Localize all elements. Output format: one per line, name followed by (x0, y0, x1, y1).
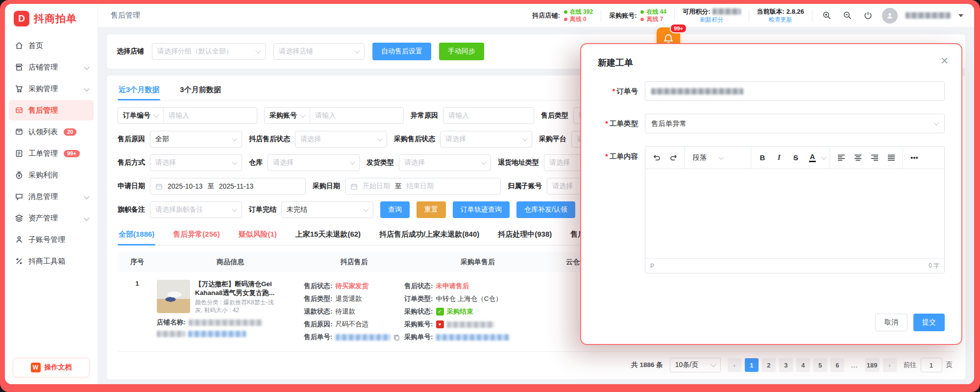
logo: D 抖商拍单 (5, 4, 98, 31)
layers-icon (15, 214, 24, 222)
sidebar-item-ticket-mgmt[interactable]: 工单管理 99+ (9, 143, 94, 164)
dy-aftersale-status-select[interactable]: 请选择 (295, 131, 387, 147)
purchase-account-input[interactable]: 请输入 (310, 108, 403, 123)
more-tools-button[interactable]: ••• (907, 150, 922, 165)
purchase-date-range[interactable]: 开始日期 至 结束日期 (345, 178, 501, 195)
redo-button[interactable] (666, 150, 681, 165)
align-center-button[interactable] (851, 150, 865, 165)
sidebar-item-shop-mgmt[interactable]: 店铺管理 (9, 57, 94, 77)
group-select[interactable]: 请选择分组（默认全部） (152, 43, 266, 60)
sidebar-item-subaccount-mgmt[interactable]: 子账号管理 (9, 229, 94, 250)
ticket-type-select[interactable]: 售后单异常 (645, 114, 945, 133)
editor-content-area[interactable] (645, 169, 944, 258)
delivery-type-select[interactable]: 请选择 (399, 154, 491, 171)
order-no-type-select[interactable]: 订单编号 (118, 108, 164, 123)
font-color-button[interactable]: A (805, 150, 820, 165)
zoom-out-button[interactable] (841, 9, 854, 22)
user-menu-caret-icon[interactable] (958, 14, 963, 17)
status-tab-all[interactable]: 全部(1886) (118, 226, 155, 245)
page-button-5[interactable]: 5 (813, 358, 827, 372)
status-tab-risk[interactable]: 疑似风险(1) (237, 226, 277, 245)
page-button-4[interactable]: 4 (796, 358, 810, 372)
redo-icon (669, 153, 678, 162)
cancel-button[interactable]: 取消 (875, 314, 907, 331)
purchase-aftersale-status-select[interactable]: 请选择 (440, 131, 532, 147)
check-update-link[interactable]: 检查更新 (769, 16, 792, 24)
abnormal-reason-input[interactable]: 请输入 (443, 107, 534, 124)
submit-button[interactable]: 提交 (913, 314, 945, 331)
logout-button[interactable] (861, 9, 874, 22)
page-button-2[interactable]: 2 (762, 358, 776, 372)
shop-select-label: 选择店铺 (117, 47, 144, 56)
aftersale-reason-select[interactable]: 全部 (150, 131, 242, 147)
auto-aftersale-settings-button[interactable]: 自动售后设置 (372, 43, 431, 60)
undo-button[interactable] (649, 150, 664, 165)
sidebar-item-asset-mgmt[interactable]: 资产管理 (9, 208, 94, 228)
avatar[interactable] (882, 8, 898, 24)
prev-page-button[interactable]: ‹ (728, 358, 741, 372)
sidebar-item-purchase-mgmt[interactable]: 采购管理 (9, 78, 94, 99)
copy-icon[interactable] (393, 334, 400, 341)
sidebar-item-purchase-profit[interactable]: 采购利润 (9, 165, 94, 185)
purchase-aftersale-status: 未申请售后 (436, 280, 469, 293)
page-ellipsis[interactable]: ... (848, 358, 861, 372)
aftersale-icon (15, 106, 24, 115)
chevron-down-icon[interactable] (821, 154, 826, 159)
tab-older-3-months[interactable]: 3个月前数据 (179, 78, 221, 100)
page-size-select[interactable]: 10条/页 (670, 358, 721, 372)
product-image (157, 280, 190, 313)
purchase-no-blurred (436, 334, 510, 341)
close-icon[interactable]: ✕ (940, 56, 949, 66)
chevron-down-icon (84, 86, 89, 91)
page-button-6[interactable]: 6 (831, 358, 844, 372)
flag-note-select[interactable]: 请选择旗帜备注 (150, 201, 242, 218)
order-no-filter: 订单编号 请输入 (118, 107, 257, 124)
sidebar-item-claim-list[interactable]: 认领列表 20 (9, 122, 94, 142)
status-tab-no-refund-15d[interactable]: 上家15天未退款(62) (294, 226, 362, 245)
chevron-down-icon (718, 154, 724, 159)
status-tab-abnormal[interactable]: 售后异常(256) (172, 226, 220, 245)
align-left-button[interactable] (834, 150, 849, 165)
status-tab-processing[interactable]: 抖店处理中(938) (497, 226, 553, 245)
zoom-in-button[interactable] (820, 9, 833, 22)
purchase-account-type-select[interactable]: 采购账号 (265, 108, 310, 123)
aftersale-method-select[interactable]: 请选择 (150, 154, 242, 171)
purchase-account-blurred (447, 321, 494, 328)
page-button-3[interactable]: 3 (779, 358, 793, 372)
page-button-1[interactable]: 1 (745, 358, 759, 372)
manual-sync-button[interactable]: 手动同步 (439, 43, 484, 60)
chevron-down-icon (377, 136, 382, 141)
order-track-button[interactable]: 订单轨迹查询 (453, 201, 510, 218)
modal-order-no-input[interactable] (645, 81, 945, 101)
warehouse-claim-button[interactable]: 仓库补发/认领 (516, 201, 575, 218)
new-ticket-modal: 新建工单 ✕ 订单号 工单类型 售后单异常 工单内容 (580, 43, 962, 345)
sidebar-item-toolbox[interactable]: 抖商工具箱 (9, 251, 94, 271)
order-complete-select[interactable]: 未完结 (281, 201, 373, 218)
reset-button[interactable]: 重置 (416, 201, 446, 218)
align-justify-button[interactable] (884, 150, 899, 165)
sidebar-item-aftersale-mgmt[interactable]: 售后管理 (9, 100, 94, 121)
align-right-button[interactable] (867, 150, 882, 165)
paragraph-style-select[interactable]: 段落 (689, 153, 747, 162)
goto-page-input[interactable] (921, 358, 942, 372)
strikethrough-button[interactable]: S (788, 150, 803, 165)
chevron-down-icon (522, 136, 527, 141)
order-no-input[interactable]: 请输入 (164, 108, 257, 123)
tab-recent-3-months[interactable]: 近3个月数据 (118, 78, 160, 100)
warehouse-select[interactable]: 请选择 (268, 154, 360, 171)
apply-date-range[interactable]: 2025-10-13 至 2025-11-13 (150, 178, 306, 195)
refresh-points-link[interactable]: 刷新积分 (700, 16, 723, 24)
chevron-down-icon (255, 48, 261, 53)
search-button[interactable]: 查询 (380, 201, 410, 218)
sidebar-item-home[interactable]: 首页 (9, 35, 94, 56)
shop-select[interactable]: 请选择店铺 (273, 43, 365, 60)
docs-link[interactable]: W 操作文档 (13, 358, 90, 377)
bold-button[interactable]: B (755, 150, 770, 165)
next-page-button[interactable]: › (883, 358, 897, 372)
points-value-blurred (712, 8, 741, 15)
status-tab-success-no-refund[interactable]: 抖店售后成功/上家未退款(840) (378, 226, 480, 245)
page-button-last[interactable]: 189 (865, 358, 880, 372)
zoom-out-icon (843, 11, 852, 20)
sidebar-item-message-mgmt[interactable]: 消息管理 (9, 186, 94, 207)
italic-button[interactable]: I (772, 150, 786, 165)
